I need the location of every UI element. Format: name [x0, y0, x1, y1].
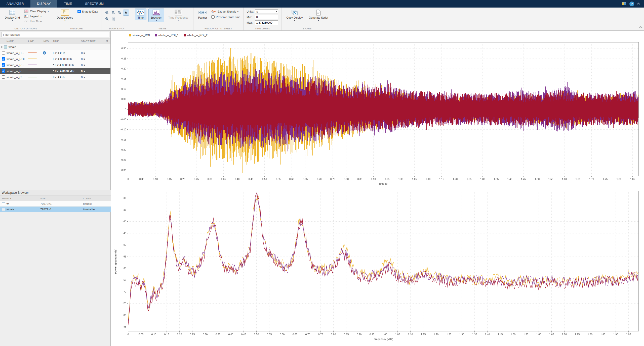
signal-start-time: 0 s — [81, 76, 104, 79]
variable-name: whale — [7, 208, 14, 211]
signal-start-time: 0 s — [81, 58, 104, 61]
data-cursors-icon: 2 — [61, 10, 69, 16]
svg-text:2: 2 — [64, 11, 65, 12]
signal-line-swatch[interactable] — [28, 59, 43, 59]
spectrum-view-icon — [152, 10, 160, 16]
filter-signals-input[interactable] — [2, 32, 109, 37]
ribbon: Display Grid ▾ Clear Display▾ Legend▾ Li… — [0, 8, 644, 31]
signal-visibility-checkbox[interactable] — [2, 69, 5, 73]
signal-info-cell[interactable]: i — [43, 51, 53, 55]
fit-view-button[interactable] — [111, 16, 116, 22]
gear-icon[interactable]: ⚙ — [105, 39, 110, 43]
signal-visibility-checkbox[interactable] — [2, 75, 5, 79]
dataset-icon — [4, 45, 7, 48]
legend-item[interactable]: whale_w_ROI — [129, 34, 150, 37]
time-view-button[interactable]: Time — [135, 9, 146, 20]
zoom-x-button[interactable] — [111, 10, 116, 15]
signal-group-row[interactable]: whale — [0, 44, 110, 50]
signal-sample-rate: * Fs: 4.0000 kHz — [53, 64, 81, 67]
legend-swatch — [129, 34, 131, 36]
variable-class: double — [83, 202, 111, 205]
link-time-button[interactable]: Link Time — [24, 20, 49, 23]
section-views: Time Spectrum ▾ Time-Frequency ▾ VIEWS — [132, 8, 193, 30]
section-zoom-pan: ZOOM & PAN — [101, 8, 132, 30]
min-input[interactable] — [255, 15, 278, 19]
signal-start-time: 0 s — [81, 70, 104, 73]
variable-name: w — [7, 202, 9, 205]
spectrum-view-button[interactable]: Spectrum ▾ — [149, 9, 164, 22]
info-icon[interactable]: i — [43, 51, 46, 55]
time-view-icon — [137, 10, 144, 16]
signal-row[interactable]: whale_w_R... * Fs: 4.0000 kHz 0 s — [0, 68, 110, 74]
panner-button[interactable]: Panner — [196, 9, 209, 20]
signal-visibility-checkbox[interactable] — [2, 51, 5, 55]
minimize-ribbon-icon[interactable] — [637, 3, 640, 6]
signal-row[interactable]: whale_w_ROI Fs: 4.0000 kHz 0 s — [0, 56, 110, 62]
units-label: Units: — [247, 10, 254, 13]
panner-icon — [198, 10, 207, 16]
signal-name: whale_w_ROI — [7, 58, 28, 61]
legend-swatch — [184, 34, 186, 36]
workspace-row[interactable]: w 79572×1 double — [0, 201, 111, 207]
pointer-button[interactable] — [123, 10, 129, 15]
signal-line-swatch[interactable] — [28, 53, 43, 53]
section-region-of-interest: Panner Extract Signals▾ Preserve Start T… — [193, 8, 244, 30]
time-plot-legend: whale_w_ROI whale_w_ROI_1 whale_w_ROI_2 — [129, 34, 208, 37]
tab-spectrum[interactable]: SPECTRUM — [78, 0, 110, 8]
preserve-start-time-checkbox[interactable] — [211, 15, 215, 19]
signal-line-swatch[interactable] — [28, 71, 43, 71]
time-frequency-view-icon — [175, 10, 182, 16]
signal-row[interactable]: whale_w_C... Fs: 4 kHz 0 s — [0, 74, 110, 80]
signal-sample-rate: * Fs: 4.0000 kHz — [53, 70, 81, 73]
variable-class: timetable — [83, 208, 111, 211]
signal-visibility-checkbox[interactable] — [2, 57, 5, 61]
signal-line-swatch[interactable] — [28, 77, 43, 77]
sort-asc-icon[interactable]: ▲ — [10, 197, 12, 200]
units-dropdown[interactable]: s▾ — [255, 9, 278, 14]
zoom-out-button[interactable] — [104, 16, 110, 22]
zoom-in-button[interactable] — [104, 10, 110, 15]
signal-row[interactable]: whale_w_R... * Fs: 4.0000 kHz 0 s — [0, 62, 110, 68]
data-cursors-button[interactable]: 2 Data Cursors ▾ — [55, 9, 75, 22]
workspace-browser: Workspace Browser NAME▲ SIZE CLASS w 795… — [0, 190, 111, 212]
legend-item[interactable]: whale_w_ROI_2 — [184, 34, 208, 37]
variable-icon — [2, 208, 5, 211]
help-icon[interactable]: ? — [629, 2, 634, 6]
time-frequency-view-button[interactable]: Time-Frequency ▾ — [167, 9, 190, 22]
preserve-start-time-row: Preserve Start Time — [211, 15, 240, 19]
workspace-row[interactable]: whale 79572×1 timetable — [0, 207, 111, 212]
tab-time[interactable]: TIME — [57, 0, 78, 8]
signal-sample-rate: Fs: 4 kHz — [53, 76, 81, 79]
clear-display-button[interactable]: Clear Display▾ — [24, 10, 49, 13]
signal-line-swatch[interactable] — [28, 65, 43, 65]
time-plot-canvas[interactable] — [112, 40, 643, 187]
max-input[interactable] — [255, 20, 278, 25]
spectrum-plot-canvas[interactable] — [112, 189, 643, 343]
generate-script-button[interactable]: Generate Script ▾ — [307, 9, 330, 22]
legend-item[interactable]: whale_w_ROI_1 — [155, 34, 179, 37]
signal-table-header: NAME LINE INFO TIME START TIME ⚙ — [0, 38, 110, 44]
collapse-ribbon-icon[interactable] — [639, 26, 642, 29]
expand-triangle-icon[interactable] — [2, 46, 3, 48]
min-label: Min: — [247, 16, 254, 19]
signal-name: whale_w_R... — [7, 70, 28, 73]
zoom-y-button[interactable] — [117, 10, 123, 15]
variable-icon — [2, 202, 5, 205]
section-measure: 2 Data Cursors ▾ Snap to Data MEASURE — [52, 8, 101, 30]
copy-display-button[interactable]: Copy Display ▾ — [285, 9, 304, 22]
display-grid-button[interactable]: Display Grid ▾ — [3, 9, 22, 22]
quick-access-icon[interactable] — [622, 2, 626, 5]
link-icon — [24, 20, 29, 23]
tab-display[interactable]: DISPLAY — [30, 0, 57, 8]
signals-panel: NAME LINE INFO TIME START TIME ⚙ whale w… — [0, 31, 111, 346]
legend-swatch — [155, 34, 157, 36]
tab-strip: ANALYZER DISPLAY TIME SPECTRUM ? — [0, 0, 644, 8]
signal-row[interactable]: whale_w_C... i Fs: 4 kHz 0 s — [0, 50, 110, 56]
section-label: DISPLAY OPTIONS — [0, 27, 52, 30]
snap-to-data-checkbox[interactable] — [77, 10, 81, 13]
variable-size: 79572×1 — [40, 202, 83, 205]
extract-signals-button[interactable]: Extract Signals▾ — [211, 10, 240, 13]
signal-visibility-checkbox[interactable] — [2, 63, 5, 67]
legend-button[interactable]: Legend▾ — [24, 15, 49, 18]
tab-analyzer[interactable]: ANALYZER — [0, 0, 30, 8]
